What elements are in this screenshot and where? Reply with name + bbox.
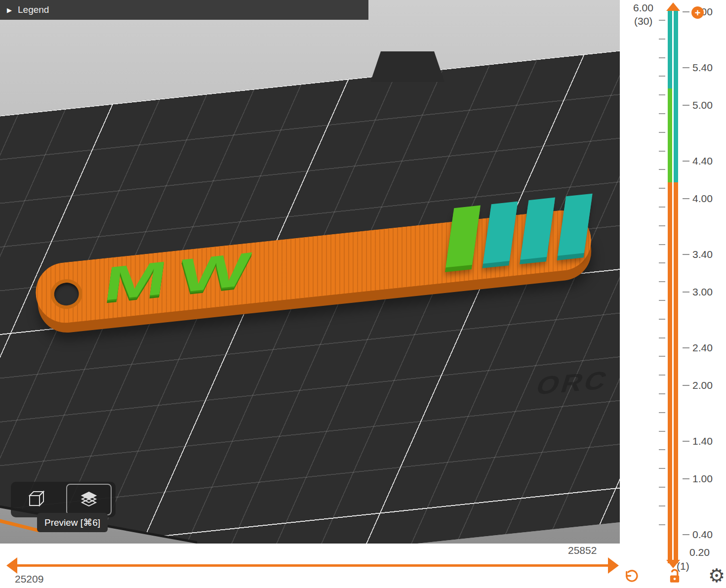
legend-expand-icon[interactable]: ▶ — [7, 6, 12, 14]
slicer-app: ORC MW ▶ Legend — [0, 0, 726, 588]
model-letters: MW — [101, 240, 267, 311]
lock-icon — [667, 578, 683, 587]
layer-tick-label: 5.40 — [683, 62, 713, 74]
gear-icon: ⚙ — [708, 565, 725, 586]
layer-slider-bottom-value: 0.20 — [689, 546, 710, 558]
layer-slider-top-handle[interactable] — [666, 2, 680, 11]
tick-dash — [683, 347, 689, 348]
layer-tick-label: 1.40 — [683, 435, 713, 447]
layer-tick-label: 4.00 — [683, 193, 713, 205]
layer-tick-label: 0.40 — [683, 529, 713, 541]
layer-tick-label: 2.40 — [683, 342, 713, 354]
horizontal-slider-max-value: 25852 — [568, 545, 597, 556]
layer-slider-top-value: 6.00 — [633, 2, 653, 14]
layer-tick-label: 3.40 — [683, 249, 713, 260]
layers-icon — [78, 489, 100, 510]
tick-dash — [683, 478, 689, 479]
layer-tick-label: 1.00 — [683, 473, 713, 485]
tick-dash — [683, 292, 689, 293]
layer-slider-minor-ticks — [659, 20, 665, 542]
tick-dash — [683, 441, 689, 442]
model-keychain-hole — [49, 278, 84, 310]
model-bar — [483, 202, 518, 264]
view-mode-toolbar — [11, 482, 116, 517]
horizontal-slider-track[interactable] — [15, 564, 611, 567]
layer-slider-color-bar-right[interactable] — [674, 11, 678, 563]
viewport-3d[interactable]: ORC MW — [0, 0, 620, 544]
view-preview-button[interactable] — [66, 484, 112, 515]
horizontal-slider-right-handle[interactable] — [608, 557, 619, 574]
model-bar — [445, 205, 481, 267]
slider-settings-button[interactable]: ⚙ — [708, 566, 725, 585]
layer-slider-color-bar-left[interactable] — [668, 11, 672, 563]
legend-panel-header[interactable]: ▶ Legend — [0, 0, 368, 20]
lock-sliders-button[interactable] — [667, 568, 683, 585]
tick-dash — [683, 105, 689, 106]
layer-tick-label: 2.00 — [683, 379, 713, 391]
tick-dash — [683, 385, 689, 386]
layer-tick-label: 3.00 — [683, 286, 713, 298]
preview-tooltip: Preview [⌘6] — [37, 513, 108, 532]
add-layer-range-button[interactable]: + — [691, 6, 704, 19]
model-bar — [558, 194, 593, 256]
tick-dash — [683, 11, 689, 12]
legend-title: Legend — [18, 4, 49, 15]
tick-dash — [683, 161, 689, 162]
horizontal-slider-left-handle[interactable] — [6, 557, 17, 574]
undo-arrow-icon — [623, 578, 639, 587]
view-3d-button[interactable] — [15, 485, 58, 514]
tick-dash — [683, 534, 689, 535]
model-bar — [520, 198, 555, 260]
tick-dash — [683, 67, 689, 68]
tick-dash — [683, 198, 689, 199]
layer-slider-top-layer-number: (30) — [634, 15, 652, 27]
tick-dash — [683, 254, 689, 255]
layer-tick-label: 4.40 — [683, 155, 713, 167]
layer-tick-label: 5.00 — [683, 99, 713, 111]
horizontal-slider-min-value: 25209 — [15, 573, 43, 585]
bed-back-tab — [370, 51, 444, 82]
reset-view-button[interactable] — [623, 569, 639, 585]
cube-icon — [26, 489, 47, 510]
